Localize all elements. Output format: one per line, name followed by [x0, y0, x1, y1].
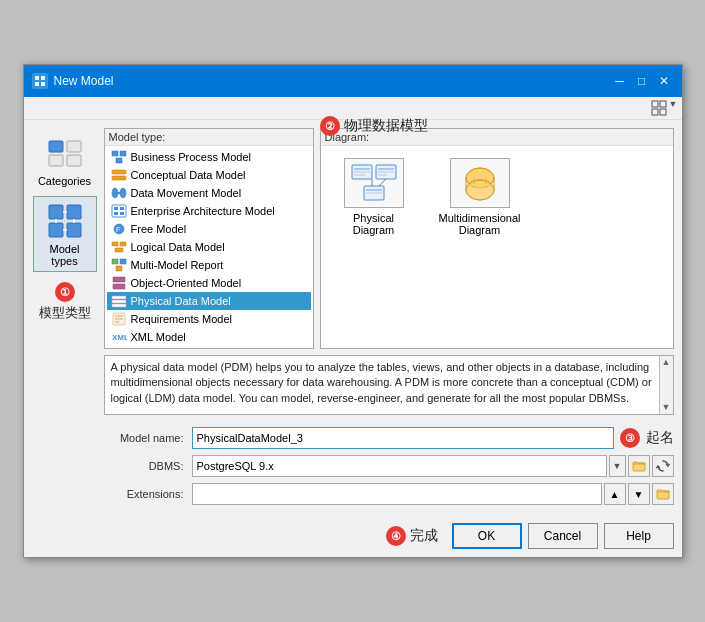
svg-text:F: F	[116, 226, 120, 233]
model-types-icon	[45, 201, 85, 241]
req-icon	[111, 312, 127, 326]
annotation-1-group: ① 模型类型	[39, 282, 91, 322]
close-button[interactable]: ✕	[654, 71, 674, 91]
form-section: Model name: ③ 起名 DBMS: PostgreSQL 9.x	[104, 421, 674, 509]
svg-rect-45	[112, 304, 126, 307]
svg-rect-2	[35, 82, 39, 86]
list-item-oom[interactable]: Object-Oriented Model	[107, 274, 311, 292]
scroll-up-arrow[interactable]: ▲	[662, 356, 671, 369]
svg-rect-38	[112, 259, 118, 264]
diagram-item-physical[interactable]: Physical Diagram	[329, 154, 419, 240]
list-item-free[interactable]: F Free Model	[107, 220, 311, 238]
physical-diagram-label: Physical Diagram	[333, 212, 415, 236]
sidebar-item-model-types[interactable]: Model types	[33, 196, 97, 272]
extensions-up-button[interactable]: ▲	[604, 483, 626, 505]
extensions-browse-button[interactable]	[652, 483, 674, 505]
dmm-icon	[111, 186, 127, 200]
oom-icon	[111, 276, 127, 290]
oom-label: Object-Oriented Model	[131, 277, 242, 289]
list-item-bpm[interactable]: Business Process Model	[107, 148, 311, 166]
cdm-icon	[111, 168, 127, 182]
list-item-dmm[interactable]: Data Movement Model	[107, 184, 311, 202]
svg-rect-9	[67, 141, 81, 152]
svg-rect-3	[41, 82, 45, 86]
mmr-label: Multi-Model Report	[131, 259, 224, 271]
diagram-content: Physical Diagram	[321, 146, 673, 348]
categories-label: Categories	[38, 175, 91, 187]
grid-view-icon[interactable]	[649, 99, 669, 117]
diagram-panel: Diagram:	[320, 128, 674, 349]
svg-rect-4	[652, 101, 658, 107]
svg-rect-15	[67, 223, 81, 237]
svg-rect-21	[120, 151, 126, 156]
svg-rect-30	[120, 207, 124, 210]
dbms-select[interactable]: PostgreSQL 9.x	[192, 455, 607, 477]
svg-rect-13	[67, 205, 81, 219]
dmm-label: Data Movement Model	[131, 187, 242, 199]
minimize-button[interactable]: ─	[610, 71, 630, 91]
svg-rect-11	[67, 155, 81, 166]
extensions-label: Extensions:	[104, 488, 184, 500]
multidim-diagram-label: Multidimensional Diagram	[439, 212, 521, 236]
dbms-label: DBMS:	[104, 460, 184, 472]
svg-rect-41	[113, 277, 125, 282]
annotation-2-label: 物理数据模型	[344, 117, 428, 135]
cancel-button[interactable]: Cancel	[528, 523, 598, 549]
cdm-label: Conceptual Data Model	[131, 169, 246, 181]
list-item-mmr[interactable]: Multi-Model Report	[107, 256, 311, 274]
list-item-pdm[interactable]: Physical Data Model	[107, 292, 311, 310]
xml-icon: XML	[111, 330, 127, 344]
svg-rect-0	[35, 76, 39, 80]
list-item-cdm[interactable]: Conceptual Data Model	[107, 166, 311, 184]
scroll-down-arrow[interactable]: ▼	[662, 401, 671, 414]
list-item-eam[interactable]: Enterprise Architecture Model	[107, 202, 311, 220]
svg-point-26	[120, 188, 126, 198]
ldm-label: Logical Data Model	[131, 241, 225, 253]
dbms-row: DBMS: PostgreSQL 9.x ▼	[104, 455, 674, 477]
model-name-input[interactable]	[192, 427, 614, 449]
svg-rect-43	[112, 296, 126, 299]
svg-rect-35	[112, 242, 118, 246]
description-scrollbar[interactable]: ▲ ▼	[659, 356, 673, 414]
xml-label: XML Model	[131, 331, 186, 343]
svg-rect-20	[112, 151, 118, 156]
extensions-input[interactable]	[192, 483, 602, 505]
bpm-icon	[111, 150, 127, 164]
svg-rect-37	[115, 248, 123, 252]
dialog-title: New Model	[54, 74, 114, 88]
svg-rect-42	[113, 284, 125, 289]
svg-point-25	[112, 188, 118, 198]
sidebar-item-categories[interactable]: Categories	[33, 128, 97, 192]
mmr-icon	[111, 258, 127, 272]
multidim-diagram-svg	[455, 162, 505, 204]
list-item-ldm[interactable]: Logical Data Model	[107, 238, 311, 256]
svg-rect-8	[49, 141, 63, 152]
dbms-dropdown-arrow[interactable]: ▼	[609, 455, 626, 477]
annotation-2-circle: ②	[320, 116, 340, 136]
dbms-browse-button[interactable]	[628, 455, 650, 477]
svg-line-63	[379, 179, 386, 186]
req-label: Requirements Model	[131, 313, 233, 325]
help-button[interactable]: Help	[604, 523, 674, 549]
list-item-req[interactable]: Requirements Model	[107, 310, 311, 328]
extensions-down-button[interactable]: ▼	[628, 483, 650, 505]
maximize-button[interactable]: □	[632, 71, 652, 91]
model-list: Business Process Model Conceptual Data M…	[105, 146, 313, 348]
model-type-panel: Model type: Business Process Model	[104, 128, 314, 349]
description-text: A physical data model (PDM) helps you to…	[111, 360, 667, 406]
model-name-field-wrapper: ③ 起名	[192, 427, 674, 449]
ok-button[interactable]: OK	[452, 523, 522, 549]
dbms-refresh-button[interactable]	[652, 455, 674, 477]
ldm-icon	[111, 240, 127, 254]
svg-rect-1	[41, 76, 45, 80]
diagram-item-multidim[interactable]: Multidimensional Diagram	[435, 154, 525, 240]
svg-rect-29	[114, 207, 118, 210]
pdm-icon	[111, 294, 127, 308]
diagram-annotation-wrapper: ② 物理数据模型 Diagram:	[320, 128, 674, 349]
svg-rect-12	[49, 205, 63, 219]
multidim-diagram-icon-box	[450, 158, 510, 208]
svg-rect-44	[112, 300, 126, 303]
free-label: Free Model	[131, 223, 187, 235]
list-item-xml[interactable]: XML XML Model	[107, 328, 311, 346]
dropdown-arrow-icon[interactable]: ▼	[669, 99, 678, 117]
